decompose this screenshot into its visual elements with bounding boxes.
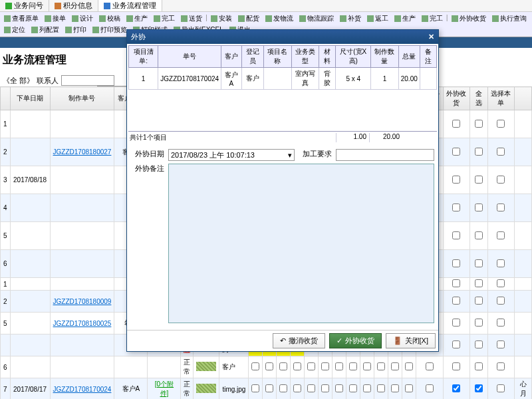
step-chk[interactable] [405,384,413,392]
step-chk[interactable] [405,362,413,370]
step-chk[interactable] [321,384,329,392]
select-row-chk[interactable] [497,203,505,211]
select-row-chk[interactable] [497,120,505,128]
tb-2[interactable]: 设计 [69,13,96,24]
select-row-chk[interactable] [497,176,505,184]
attachment-link[interactable]: [0个附件] [155,380,174,397]
tb-9[interactable]: 发物流 [263,13,296,24]
date-combo[interactable]: 2017/08/23 上午 10:07:13 ▾ [168,149,295,161]
contact-input[interactable] [61,75,114,86]
col-1[interactable]: 下单日期 [10,87,50,110]
step-chk[interactable] [251,384,259,392]
step-chk[interactable] [321,362,329,370]
tab-workflow-mgmt[interactable]: 业务流程管理 [98,0,162,11]
select-row-chk[interactable] [497,362,505,370]
step-chk[interactable] [265,384,273,392]
select-all-chk[interactable] [475,384,483,392]
order-link[interactable]: JGZZD1708180025 [53,320,112,327]
step-chk[interactable] [293,384,301,392]
receive-chk[interactable] [452,319,460,327]
step-chk[interactable] [293,362,301,370]
tb-3[interactable]: 校稿 [96,13,123,24]
receive-chk[interactable] [452,203,460,211]
tab-points-info[interactable]: 积分信息 [49,0,98,11]
select-row-chk[interactable] [497,319,505,327]
tb-17[interactable]: 定位 [1,25,28,35]
btn-close[interactable]: 🚪关闭[X] [386,333,436,348]
tb-7[interactable]: 安装 [208,13,235,24]
order-link[interactable]: JGZZD1708170024 [53,386,112,393]
select-row-chk[interactable] [497,259,505,267]
receive-chk[interactable] [452,120,460,128]
modal-titlebar[interactable]: 外协 ✕ [127,30,438,44]
col-0[interactable] [1,87,11,110]
select-all-chk[interactable] [475,148,483,156]
select-row-chk[interactable] [497,297,505,305]
step-chk[interactable] [363,384,371,392]
select-all-chk[interactable] [475,176,483,184]
step-chk[interactable] [279,362,287,370]
receive-chk[interactable] [452,340,460,348]
step-chk[interactable] [335,362,343,370]
select-row-chk[interactable] [497,148,505,156]
step-chk[interactable] [349,362,357,370]
tb-15[interactable]: 外协收货 [449,13,489,24]
tb-0[interactable]: 查看原单 [1,13,41,24]
step-chk[interactable] [363,362,371,370]
select-row-chk[interactable] [497,279,505,287]
tb-14[interactable]: 完工 [419,13,446,24]
select-all-chk[interactable] [475,120,483,128]
tb-18[interactable]: 列配置 [29,25,62,35]
tb-19[interactable]: 打印 [63,25,89,35]
req-input[interactable] [336,149,434,161]
outsource-chk[interactable] [426,362,434,370]
step-chk[interactable] [265,362,273,370]
step-chk[interactable] [377,384,385,392]
step-chk[interactable] [307,384,315,392]
select-all-chk[interactable] [475,259,483,267]
tb-20[interactable]: 打印预览 [90,25,130,35]
step-chk[interactable] [349,384,357,392]
select-all-chk[interactable] [475,203,483,211]
tb-4[interactable]: 生产 [124,13,150,24]
order-link[interactable]: JGZZD1708180027 [53,148,112,156]
step-chk[interactable] [391,384,399,392]
select-row-chk[interactable] [497,384,505,392]
select-row-chk[interactable] [497,231,505,239]
select-row-chk[interactable] [497,340,505,348]
col-24[interactable] [515,87,532,110]
table-row[interactable]: 72017/08/17JGZZD1708170024客户A[0个附件]正常tim… [1,378,532,400]
tb-11[interactable]: 补货 [337,13,364,24]
receive-chk[interactable] [452,148,460,156]
receive-chk[interactable] [452,176,460,184]
select-all-chk[interactable] [475,279,483,287]
tab-business-inquiry[interactable]: 业务问号 [0,0,49,11]
step-chk[interactable] [335,384,343,392]
col-23[interactable]: 选择本单 [487,87,514,110]
receive-chk[interactable] [452,362,460,370]
step-chk[interactable] [377,362,385,370]
tb-10[interactable]: 物流跟踪 [297,13,336,24]
btn-confirm-receive[interactable]: ✓外协收货 [329,333,382,348]
outsource-chk[interactable] [426,384,434,392]
tb-1[interactable]: 接单 [42,13,68,24]
tb-13[interactable]: 生产 [392,13,418,24]
table-row[interactable]: 6正常客户 [1,356,532,378]
tb-16[interactable]: 执行查询 [489,13,529,24]
col-2[interactable]: 制作单号 [50,87,114,110]
tb-5[interactable]: 完工 [151,13,178,24]
select-all-chk[interactable] [475,297,483,305]
tb-8[interactable]: 配货 [235,13,262,24]
select-all-chk[interactable] [475,362,483,370]
receive-chk[interactable] [452,384,460,392]
step-chk[interactable] [279,384,287,392]
select-all-chk[interactable] [475,340,483,348]
remark-textarea[interactable] [168,164,434,323]
tb-12[interactable]: 返工 [364,13,391,24]
receive-chk[interactable] [452,279,460,287]
receive-chk[interactable] [452,259,460,267]
btn-cancel-receive[interactable]: ↶撤消收货 [273,333,325,348]
step-chk[interactable] [307,362,315,370]
step-chk[interactable] [391,362,399,370]
select-all-chk[interactable] [475,319,483,327]
